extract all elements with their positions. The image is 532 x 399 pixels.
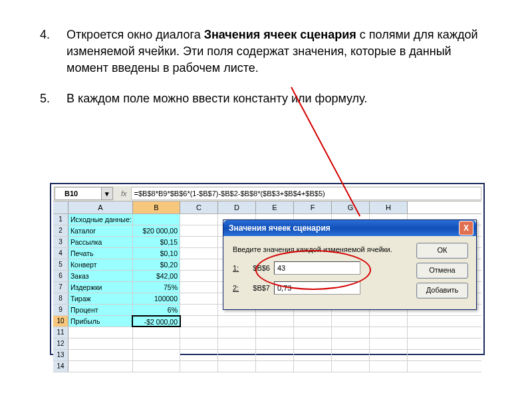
cell[interactable] [180,282,218,293]
cell[interactable] [218,327,256,338]
cell-b[interactable] [133,214,180,225]
cell[interactable] [332,316,370,327]
cell[interactable] [218,361,256,372]
cell-a[interactable]: Печать [68,248,133,259]
row-header[interactable]: 3 [53,237,68,247]
cell-b[interactable]: $42,00 [133,271,180,281]
cell-a[interactable]: Издержки [68,282,133,293]
row-header[interactable]: 4 [53,248,68,259]
cell[interactable] [180,305,218,315]
cell-a[interactable]: Процент [68,305,133,315]
cell[interactable] [180,338,218,349]
cell[interactable] [180,361,218,372]
formula-input[interactable]: =$B$8*B9*$B$6*(1-$B$7)-$B$2-$B$8*($B$3+$… [131,187,481,200]
cell[interactable] [180,316,218,327]
col-header-b[interactable]: B [133,201,180,213]
cell[interactable] [370,361,408,372]
cell[interactable] [218,338,256,349]
cell-b[interactable]: $0,10 [133,248,180,259]
cell[interactable] [218,350,256,360]
cell-a[interactable]: Конверт [68,259,133,270]
cell[interactable] [180,350,218,360]
cell[interactable] [294,350,332,360]
cell[interactable] [180,248,218,259]
cell-a[interactable] [68,350,133,360]
cancel-button[interactable]: Отмена [416,263,468,279]
col-header-f[interactable]: F [294,201,332,213]
cell[interactable] [256,350,294,360]
cell-a[interactable]: Исходные данные: [68,214,133,225]
cell[interactable] [294,361,332,372]
col-header-g[interactable]: G [332,201,370,213]
row-header[interactable]: 11 [53,327,68,338]
row-header[interactable]: 10 [53,316,68,327]
cell-b[interactable] [133,338,180,349]
col-header-e[interactable]: E [256,201,294,213]
cell[interactable] [256,361,294,372]
cell[interactable] [370,338,408,349]
cell-b[interactable]: $0,20 [133,259,180,270]
cell[interactable] [180,225,218,236]
col-header-h[interactable]: H [370,201,408,213]
cell[interactable] [370,350,408,360]
row-header[interactable]: 14 [53,361,68,372]
cell-b[interactable]: 75% [133,282,180,293]
row-header[interactable]: 1 [53,214,68,225]
row-header[interactable]: 7 [53,282,68,293]
cell-a[interactable]: Тираж [68,293,133,304]
cell[interactable] [332,338,370,349]
col-header-a[interactable]: A [68,201,133,213]
ok-button[interactable]: ОК [416,243,468,259]
row-header[interactable]: 6 [53,271,68,281]
close-icon[interactable]: X [459,221,473,235]
cell[interactable] [332,327,370,338]
cell[interactable] [370,316,408,327]
cell-b[interactable] [133,361,180,372]
cell[interactable] [294,316,332,327]
row-header[interactable]: 8 [53,293,68,304]
row-header[interactable]: 12 [53,338,68,349]
cell-a[interactable] [68,361,133,372]
cell[interactable] [180,327,218,338]
name-box[interactable]: B10 ▾ [55,187,113,200]
cell-b[interactable] [133,350,180,360]
cell-a[interactable]: Рассылка [68,237,133,247]
cell[interactable] [294,338,332,349]
value-input-2[interactable] [274,281,360,295]
cell-a[interactable]: Каталог [68,225,133,236]
value-input-1[interactable] [274,261,360,275]
select-all-corner[interactable] [53,201,68,213]
cell[interactable] [180,214,218,225]
cell[interactable] [370,327,408,338]
cell[interactable] [180,237,218,247]
cell-b[interactable]: 100000 [133,293,180,304]
cell[interactable] [180,259,218,270]
add-button[interactable]: Добавить [416,283,468,299]
cell[interactable] [294,327,332,338]
cell-b[interactable]: $0,15 [133,237,180,247]
cell-a[interactable] [68,327,133,338]
row-header[interactable]: 13 [53,350,68,360]
cell[interactable] [256,327,294,338]
cell[interactable] [256,316,294,327]
col-header-c[interactable]: C [180,201,218,213]
row-header[interactable]: 5 [53,259,68,270]
row-header[interactable]: 9 [53,305,68,315]
cell[interactable] [332,350,370,360]
cell-b[interactable]: $20 000,00 [133,225,180,236]
cell[interactable] [256,338,294,349]
cell-b[interactable]: 6% [133,305,180,315]
dialog-titlebar[interactable]: Значения ячеек сценария X [223,220,476,236]
cell-b[interactable] [133,327,180,338]
cell[interactable] [332,361,370,372]
cell-b[interactable]: -$2 000,00 [132,315,181,327]
cell[interactable] [218,316,256,327]
row-header[interactable]: 2 [53,225,68,236]
fx-label[interactable]: fx [114,190,131,198]
dropdown-icon[interactable]: ▾ [101,188,112,200]
cell[interactable] [180,293,218,304]
col-header-d[interactable]: D [218,201,256,213]
cell-a[interactable]: Заказ [68,271,133,281]
cell-a[interactable] [68,338,133,349]
cell[interactable] [180,271,218,281]
